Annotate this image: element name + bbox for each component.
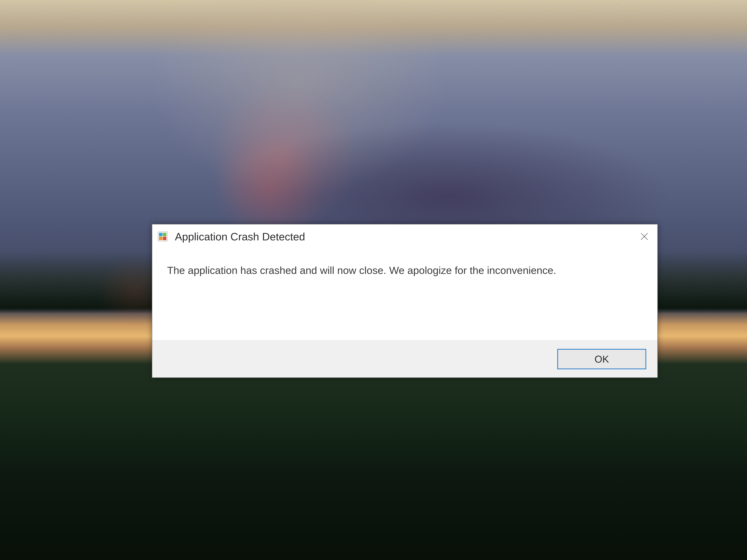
dialog-message: The application has crashed and will now… [167,263,556,277]
dialog-button-bar: OK [152,340,657,377]
app-icon [158,232,168,241]
close-button[interactable] [637,229,652,244]
dialog-title: Application Crash Detected [175,230,305,243]
ok-button[interactable]: OK [557,349,646,369]
close-icon [640,233,648,241]
crash-dialog: Application Crash Detected The applicati… [152,224,658,378]
dialog-titlebar[interactable]: Application Crash Detected [152,224,657,248]
dialog-body: The application has crashed and will now… [152,248,657,340]
